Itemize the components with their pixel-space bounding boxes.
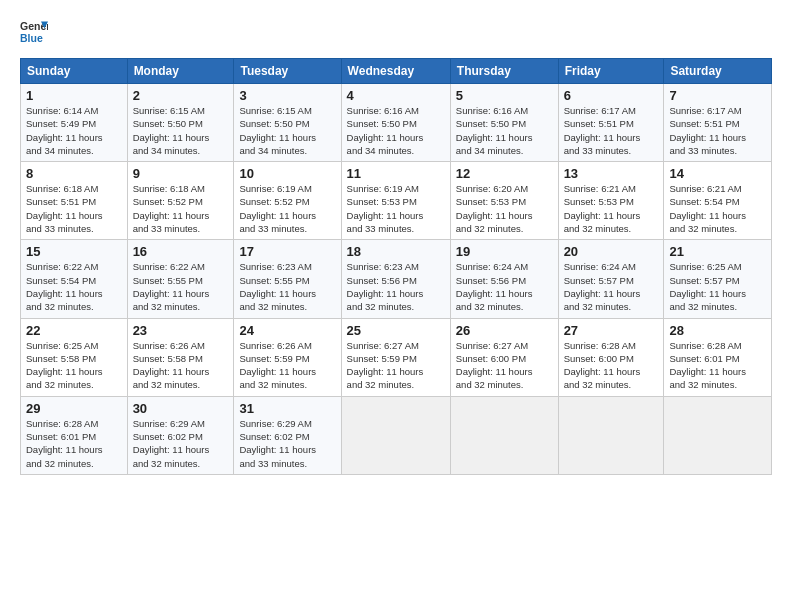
day-number: 19 <box>456 244 553 259</box>
calendar-cell <box>558 396 664 474</box>
day-info: Sunrise: 6:29 AM Sunset: 6:02 PM Dayligh… <box>133 417 229 470</box>
calendar-cell: 20Sunrise: 6:24 AM Sunset: 5:57 PM Dayli… <box>558 240 664 318</box>
day-info: Sunrise: 6:17 AM Sunset: 5:51 PM Dayligh… <box>669 104 766 157</box>
day-number: 5 <box>456 88 553 103</box>
day-header-wednesday: Wednesday <box>341 59 450 84</box>
calendar-cell: 31Sunrise: 6:29 AM Sunset: 6:02 PM Dayli… <box>234 396 341 474</box>
day-info: Sunrise: 6:28 AM Sunset: 6:01 PM Dayligh… <box>26 417 122 470</box>
calendar-cell: 30Sunrise: 6:29 AM Sunset: 6:02 PM Dayli… <box>127 396 234 474</box>
page-container: General Blue SundayMondayTuesdayWednesda… <box>0 0 792 485</box>
day-header-sunday: Sunday <box>21 59 128 84</box>
day-info: Sunrise: 6:28 AM Sunset: 6:01 PM Dayligh… <box>669 339 766 392</box>
calendar-week-3: 15Sunrise: 6:22 AM Sunset: 5:54 PM Dayli… <box>21 240 772 318</box>
day-info: Sunrise: 6:15 AM Sunset: 5:50 PM Dayligh… <box>239 104 335 157</box>
day-number: 12 <box>456 166 553 181</box>
calendar-cell: 10Sunrise: 6:19 AM Sunset: 5:52 PM Dayli… <box>234 162 341 240</box>
day-number: 7 <box>669 88 766 103</box>
day-info: Sunrise: 6:25 AM Sunset: 5:57 PM Dayligh… <box>669 260 766 313</box>
day-info: Sunrise: 6:20 AM Sunset: 5:53 PM Dayligh… <box>456 182 553 235</box>
day-number: 15 <box>26 244 122 259</box>
day-info: Sunrise: 6:23 AM Sunset: 5:56 PM Dayligh… <box>347 260 445 313</box>
day-number: 3 <box>239 88 335 103</box>
day-info: Sunrise: 6:19 AM Sunset: 5:53 PM Dayligh… <box>347 182 445 235</box>
day-info: Sunrise: 6:18 AM Sunset: 5:51 PM Dayligh… <box>26 182 122 235</box>
calendar-cell: 19Sunrise: 6:24 AM Sunset: 5:56 PM Dayli… <box>450 240 558 318</box>
day-number: 28 <box>669 323 766 338</box>
header: General Blue <box>20 18 772 46</box>
calendar-cell: 23Sunrise: 6:26 AM Sunset: 5:58 PM Dayli… <box>127 318 234 396</box>
day-number: 18 <box>347 244 445 259</box>
day-number: 21 <box>669 244 766 259</box>
day-header-friday: Friday <box>558 59 664 84</box>
calendar-cell: 28Sunrise: 6:28 AM Sunset: 6:01 PM Dayli… <box>664 318 772 396</box>
calendar-cell: 8Sunrise: 6:18 AM Sunset: 5:51 PM Daylig… <box>21 162 128 240</box>
calendar-cell <box>341 396 450 474</box>
calendar-cell: 12Sunrise: 6:20 AM Sunset: 5:53 PM Dayli… <box>450 162 558 240</box>
day-number: 31 <box>239 401 335 416</box>
day-info: Sunrise: 6:24 AM Sunset: 5:56 PM Dayligh… <box>456 260 553 313</box>
day-number: 9 <box>133 166 229 181</box>
calendar-body: 1Sunrise: 6:14 AM Sunset: 5:49 PM Daylig… <box>21 84 772 475</box>
day-number: 20 <box>564 244 659 259</box>
calendar-cell: 16Sunrise: 6:22 AM Sunset: 5:55 PM Dayli… <box>127 240 234 318</box>
calendar-cell: 29Sunrise: 6:28 AM Sunset: 6:01 PM Dayli… <box>21 396 128 474</box>
calendar-cell: 9Sunrise: 6:18 AM Sunset: 5:52 PM Daylig… <box>127 162 234 240</box>
day-header-saturday: Saturday <box>664 59 772 84</box>
day-info: Sunrise: 6:19 AM Sunset: 5:52 PM Dayligh… <box>239 182 335 235</box>
day-number: 16 <box>133 244 229 259</box>
day-info: Sunrise: 6:28 AM Sunset: 6:00 PM Dayligh… <box>564 339 659 392</box>
day-number: 2 <box>133 88 229 103</box>
calendar-cell: 13Sunrise: 6:21 AM Sunset: 5:53 PM Dayli… <box>558 162 664 240</box>
day-info: Sunrise: 6:27 AM Sunset: 5:59 PM Dayligh… <box>347 339 445 392</box>
day-number: 11 <box>347 166 445 181</box>
day-number: 8 <box>26 166 122 181</box>
calendar-week-1: 1Sunrise: 6:14 AM Sunset: 5:49 PM Daylig… <box>21 84 772 162</box>
day-number: 30 <box>133 401 229 416</box>
day-number: 22 <box>26 323 122 338</box>
calendar-cell: 15Sunrise: 6:22 AM Sunset: 5:54 PM Dayli… <box>21 240 128 318</box>
day-number: 23 <box>133 323 229 338</box>
day-header-thursday: Thursday <box>450 59 558 84</box>
day-info: Sunrise: 6:17 AM Sunset: 5:51 PM Dayligh… <box>564 104 659 157</box>
day-number: 25 <box>347 323 445 338</box>
day-info: Sunrise: 6:14 AM Sunset: 5:49 PM Dayligh… <box>26 104 122 157</box>
day-info: Sunrise: 6:22 AM Sunset: 5:54 PM Dayligh… <box>26 260 122 313</box>
day-number: 27 <box>564 323 659 338</box>
day-number: 26 <box>456 323 553 338</box>
day-number: 13 <box>564 166 659 181</box>
logo-icon: General Blue <box>20 18 48 46</box>
day-info: Sunrise: 6:15 AM Sunset: 5:50 PM Dayligh… <box>133 104 229 157</box>
day-number: 17 <box>239 244 335 259</box>
calendar-header-row: SundayMondayTuesdayWednesdayThursdayFrid… <box>21 59 772 84</box>
day-info: Sunrise: 6:23 AM Sunset: 5:55 PM Dayligh… <box>239 260 335 313</box>
day-info: Sunrise: 6:27 AM Sunset: 6:00 PM Dayligh… <box>456 339 553 392</box>
logo: General Blue <box>20 18 48 46</box>
calendar-cell: 25Sunrise: 6:27 AM Sunset: 5:59 PM Dayli… <box>341 318 450 396</box>
calendar-cell: 26Sunrise: 6:27 AM Sunset: 6:00 PM Dayli… <box>450 318 558 396</box>
svg-text:Blue: Blue <box>20 32 43 44</box>
day-info: Sunrise: 6:24 AM Sunset: 5:57 PM Dayligh… <box>564 260 659 313</box>
calendar-cell: 11Sunrise: 6:19 AM Sunset: 5:53 PM Dayli… <box>341 162 450 240</box>
calendar-table: SundayMondayTuesdayWednesdayThursdayFrid… <box>20 58 772 475</box>
day-info: Sunrise: 6:18 AM Sunset: 5:52 PM Dayligh… <box>133 182 229 235</box>
day-info: Sunrise: 6:16 AM Sunset: 5:50 PM Dayligh… <box>456 104 553 157</box>
calendar-cell: 17Sunrise: 6:23 AM Sunset: 5:55 PM Dayli… <box>234 240 341 318</box>
day-header-monday: Monday <box>127 59 234 84</box>
calendar-cell: 3Sunrise: 6:15 AM Sunset: 5:50 PM Daylig… <box>234 84 341 162</box>
day-number: 4 <box>347 88 445 103</box>
day-number: 6 <box>564 88 659 103</box>
calendar-cell <box>450 396 558 474</box>
calendar-cell: 7Sunrise: 6:17 AM Sunset: 5:51 PM Daylig… <box>664 84 772 162</box>
day-info: Sunrise: 6:26 AM Sunset: 5:59 PM Dayligh… <box>239 339 335 392</box>
calendar-cell: 18Sunrise: 6:23 AM Sunset: 5:56 PM Dayli… <box>341 240 450 318</box>
calendar-cell: 24Sunrise: 6:26 AM Sunset: 5:59 PM Dayli… <box>234 318 341 396</box>
day-number: 14 <box>669 166 766 181</box>
day-header-tuesday: Tuesday <box>234 59 341 84</box>
day-number: 24 <box>239 323 335 338</box>
day-info: Sunrise: 6:16 AM Sunset: 5:50 PM Dayligh… <box>347 104 445 157</box>
day-info: Sunrise: 6:26 AM Sunset: 5:58 PM Dayligh… <box>133 339 229 392</box>
day-number: 1 <box>26 88 122 103</box>
day-number: 29 <box>26 401 122 416</box>
calendar-cell: 21Sunrise: 6:25 AM Sunset: 5:57 PM Dayli… <box>664 240 772 318</box>
calendar-cell: 1Sunrise: 6:14 AM Sunset: 5:49 PM Daylig… <box>21 84 128 162</box>
